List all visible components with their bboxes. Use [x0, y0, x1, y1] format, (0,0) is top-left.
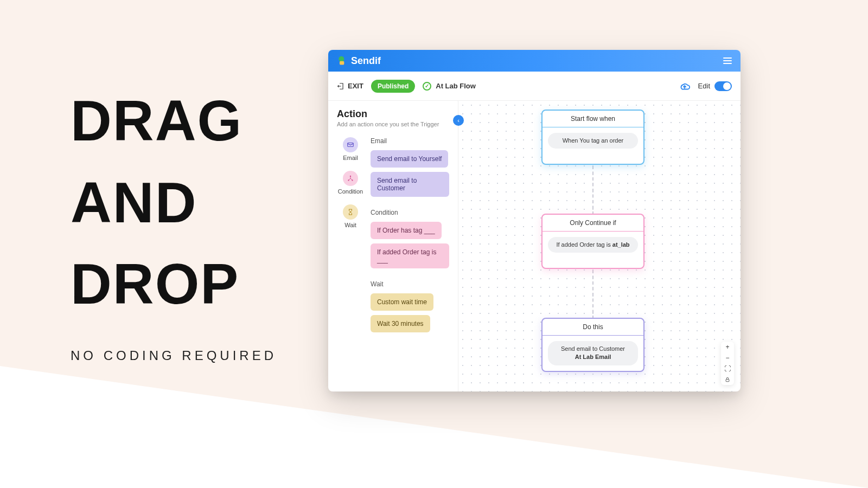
zoom-out-button[interactable]: −: [721, 352, 734, 363]
node-trigger[interactable]: Start flow when When You tag an order: [541, 110, 644, 165]
exit-button[interactable]: EXIT: [337, 82, 363, 90]
toolbar: EXIT Published ✓ At Lab Flow Edit: [328, 72, 741, 101]
cloud-sync-icon[interactable]: [679, 80, 691, 92]
node-action-content: Send email to Customer At Lab Email: [548, 341, 638, 365]
check-icon: ✓: [423, 82, 431, 91]
svg-rect-6: [726, 380, 729, 382]
section-email-heading: Email: [371, 137, 449, 145]
action-if-order-has-tag[interactable]: If Order has tag ___: [371, 222, 442, 239]
svg-point-0: [339, 56, 344, 62]
category-condition[interactable]: Condition: [338, 171, 363, 195]
node-action[interactable]: Do this Send email to Customer At Lab Em…: [541, 318, 644, 372]
connector-line: [592, 166, 593, 215]
status-badge: Published: [371, 80, 415, 93]
app-window: Sendif EXIT Published ✓ At Lab Flow Edit…: [328, 50, 741, 391]
flow-name: ✓ At Lab Flow: [423, 82, 476, 91]
zoom-controls: + − ⛶: [721, 342, 734, 385]
category-wait[interactable]: Wait: [343, 204, 358, 228]
flow-canvas[interactable]: ‹ Start flow when When You tag an order …: [458, 101, 741, 391]
hourglass-icon: [343, 204, 358, 220]
zoom-in-button[interactable]: +: [721, 342, 734, 352]
svg-rect-1: [340, 61, 344, 65]
exit-icon: [337, 82, 344, 90]
action-send-email-customer[interactable]: Send email to Customer: [371, 172, 449, 197]
hierarchy-icon: [343, 171, 358, 186]
edit-label: Edit: [698, 82, 710, 90]
collapse-panel-button[interactable]: ‹: [453, 115, 464, 126]
node-action-header: Do this: [542, 319, 643, 336]
lock-button[interactable]: [721, 374, 734, 385]
email-icon: [343, 137, 358, 152]
action-custom-wait[interactable]: Custom wait time: [371, 293, 433, 311]
fit-view-button[interactable]: ⛶: [721, 363, 734, 374]
node-condition-content: If added Order tag is at_lab: [548, 237, 638, 253]
menu-icon[interactable]: [723, 57, 732, 64]
svg-point-3: [350, 176, 351, 177]
connector-line: [592, 270, 593, 319]
hero-line-3: DROP: [71, 253, 277, 316]
app-header: Sendif: [328, 50, 741, 72]
hero-line-1: DRAG: [71, 89, 277, 152]
section-condition-heading: Condition: [371, 209, 449, 216]
edit-toggle: Edit: [698, 81, 732, 91]
logo-icon: [337, 55, 348, 66]
panel-title: Action: [337, 108, 449, 120]
panel-subtitle: Add an action once you set the Trigger: [337, 121, 449, 127]
node-condition[interactable]: Only Continue if If added Order tag is a…: [541, 214, 644, 269]
action-wait-30[interactable]: Wait 30 minutes: [371, 315, 430, 332]
edit-switch[interactable]: [714, 81, 732, 91]
category-email[interactable]: Email: [343, 137, 358, 161]
brand-name: Sendif: [351, 55, 381, 67]
hero-line-2: AND: [71, 171, 277, 234]
action-send-email-self[interactable]: Send email to Yourself: [371, 150, 448, 168]
action-if-added-tag-is[interactable]: If added Order tag is ___: [371, 243, 449, 268]
node-trigger-header: Start flow when: [542, 111, 643, 127]
node-trigger-content: When You tag an order: [548, 133, 638, 149]
node-condition-header: Only Continue if: [542, 215, 643, 232]
hero-subtitle: NO CODING REQUIRED: [71, 348, 277, 363]
section-wait-heading: Wait: [371, 280, 449, 288]
action-panel: Action Add an action once you set the Tr…: [328, 101, 458, 391]
brand[interactable]: Sendif: [337, 55, 381, 67]
